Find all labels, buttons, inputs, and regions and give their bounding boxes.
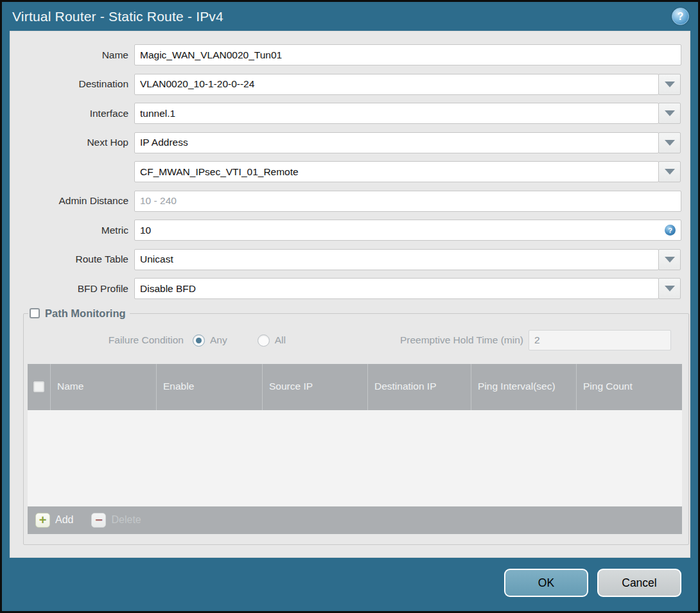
metric-input[interactable] [134, 220, 681, 241]
route-table-input[interactable] [134, 249, 659, 270]
dialog-footer: OK Cancel [2, 555, 698, 611]
next-hop-label: Next Hop [10, 137, 134, 148]
form-row-interface: Interface [10, 103, 690, 124]
delete-button[interactable]: − Delete [91, 513, 141, 528]
column-header-destination-ip: Destination IP [367, 364, 471, 410]
dialog-window: Virtual Router - Static Route - IPv4 ? N… [0, 0, 700, 613]
column-header-enable: Enable [156, 364, 262, 410]
all-radio-label: All [275, 334, 286, 346]
path-monitoring-checkbox[interactable] [30, 308, 40, 318]
failure-condition-label: Failure Condition [27, 334, 193, 346]
table-footer-bar: + Add − Delete [28, 506, 682, 534]
delete-button-label: Delete [111, 514, 141, 526]
admin-distance-label: Admin Distance [10, 195, 134, 207]
add-button[interactable]: + Add [35, 513, 73, 528]
help-icon[interactable]: ? [672, 8, 689, 25]
column-header-name: Name [50, 364, 156, 410]
form-row-metric: Metric ? [10, 220, 690, 241]
admin-distance-input[interactable] [134, 191, 681, 212]
table-header-select [28, 364, 50, 410]
next-hop-type-input[interactable] [134, 132, 659, 153]
failure-condition-row: Failure Condition Any All Preemptive Hol… [27, 330, 682, 351]
cancel-button[interactable]: Cancel [597, 569, 681, 597]
chevron-down-icon [665, 110, 675, 116]
path-monitoring-section: Path Monitoring Failure Condition Any Al… [23, 307, 689, 545]
dialog-title: Virtual Router - Static Route - IPv4 [12, 9, 223, 24]
table-body-empty [28, 410, 682, 506]
form-row-route-table: Route Table [10, 249, 690, 270]
interface-label: Interface [10, 108, 134, 119]
preemptive-hold-time-input[interactable] [529, 330, 671, 350]
preemptive-hold-time-label: Preemptive Hold Time (min) [400, 334, 529, 346]
next-hop-dropdown-button[interactable] [658, 132, 681, 153]
next-hop-address-input[interactable] [134, 161, 659, 182]
chevron-down-icon [665, 140, 675, 146]
name-label: Name [10, 49, 134, 61]
path-monitoring-table: Name Enable Source IP Destination IP Pin… [28, 364, 682, 534]
name-input[interactable] [134, 44, 681, 65]
any-radio-label: Any [210, 334, 227, 346]
chevron-down-icon [665, 169, 675, 175]
form-row-admin-distance: Admin Distance [10, 191, 690, 212]
select-all-checkbox[interactable] [33, 381, 44, 392]
bfd-profile-label: BFD Profile [10, 283, 134, 295]
minus-icon: − [91, 513, 106, 528]
column-header-ping-count: Ping Count [576, 364, 682, 410]
form-row-bfd-profile: BFD Profile [10, 278, 690, 299]
route-table-label: Route Table [10, 254, 134, 265]
metric-help-icon[interactable]: ? [665, 225, 676, 236]
chevron-down-icon [665, 286, 675, 291]
plus-icon: + [35, 513, 50, 528]
destination-dropdown-button[interactable] [658, 74, 681, 95]
chevron-down-icon [665, 82, 675, 87]
chevron-down-icon [665, 257, 675, 263]
form-row-next-hop: Next Hop [10, 132, 690, 153]
interface-input[interactable] [134, 103, 659, 124]
path-monitoring-label: Path Monitoring [45, 307, 126, 320]
interface-dropdown-button[interactable] [658, 103, 681, 124]
failure-condition-all-radio[interactable] [258, 334, 270, 347]
route-table-dropdown-button[interactable] [658, 249, 681, 270]
next-hop-address-dropdown-button[interactable] [658, 161, 681, 182]
bfd-profile-input[interactable] [134, 278, 659, 299]
form-row-destination: Destination [10, 74, 690, 95]
metric-label: Metric [10, 225, 134, 236]
destination-input[interactable] [134, 74, 659, 95]
path-monitoring-legend: Path Monitoring [28, 307, 130, 320]
add-button-label: Add [55, 514, 73, 526]
form-row-name: Name [10, 44, 690, 65]
dialog-body: Name Destination Interface Next Hop [10, 31, 690, 558]
failure-condition-any-radio[interactable] [193, 334, 205, 347]
destination-label: Destination [10, 78, 134, 90]
table-header-row: Name Enable Source IP Destination IP Pin… [28, 364, 682, 410]
column-header-ping-interval: Ping Interval(sec) [471, 364, 576, 410]
ok-button[interactable]: OK [504, 569, 588, 597]
form-row-next-hop-address [10, 161, 690, 182]
column-header-source-ip: Source IP [262, 364, 367, 410]
bfd-profile-dropdown-button[interactable] [658, 278, 681, 299]
title-bar: Virtual Router - Static Route - IPv4 ? [2, 2, 698, 31]
